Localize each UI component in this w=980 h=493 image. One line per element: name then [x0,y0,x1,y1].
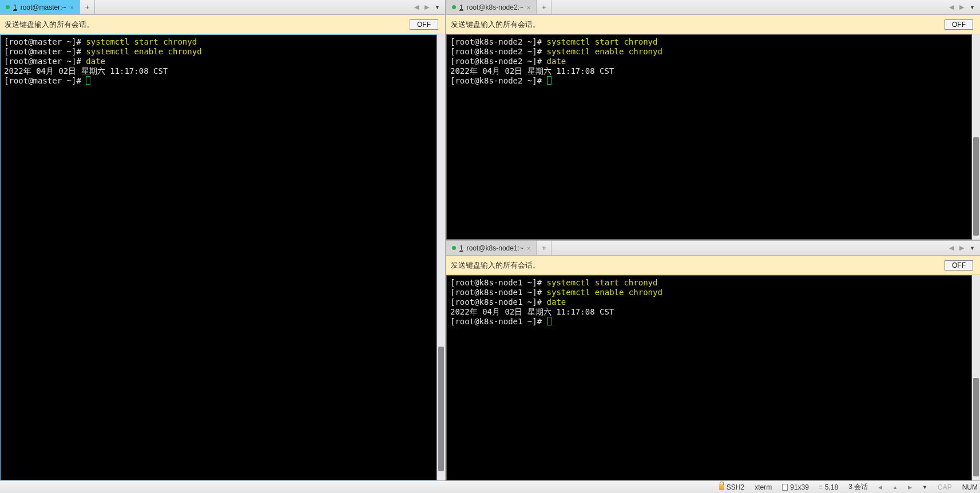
status-size: 91x39 [782,483,809,491]
close-icon[interactable]: × [527,245,530,252]
scrollbar[interactable] [972,275,980,480]
tab-next-icon[interactable]: ▶ [958,3,966,11]
status-num: NUM [962,483,978,491]
status-pos: ≡ 5,18 [819,483,838,491]
tab-bar-br: 1 root@k8s-node1:~ × + ◀ ▶ ▼ [446,241,980,256]
status-proto-label: SSH2 [727,483,744,491]
tab-menu-icon[interactable]: ▼ [968,245,977,251]
close-icon[interactable]: × [70,4,74,11]
tab-next-icon[interactable]: ▶ [958,244,966,252]
scrollbar-thumb[interactable] [438,347,444,471]
page-icon [782,484,788,491]
tab-nav: ◀ ▶ ▼ [944,241,980,255]
tab-bar-tr: 1 root@k8s-node2:~ × + ◀ ▶ ▼ [446,0,980,15]
status-dot-icon [452,5,456,9]
tab-next-icon[interactable]: ▶ [423,3,431,11]
status-proto: SSH2 [719,483,744,491]
tab-prev-icon[interactable]: ◀ [947,244,955,252]
status-bar: SSH2 xterm 91x39 ≡ 5,18 3 会话 ◀ ▲ ▶ ▼ CAP… [0,480,980,493]
status-termtype: xterm [755,483,772,491]
broadcast-off-button[interactable]: OFF [410,19,438,30]
session-up-icon[interactable]: ▲ [892,484,898,490]
broadcast-off-button[interactable]: OFF [945,260,973,271]
tab-prev-icon[interactable]: ◀ [947,3,955,11]
terminal-wrap: [root@master ~]# systemctl start chronyd… [0,34,445,480]
scrollbar-thumb[interactable] [973,137,979,236]
broadcast-banner: 发送键盘输入的所有会话。 OFF [0,15,445,34]
banner-text: 发送键盘输入的所有会话。 [451,260,540,271]
broadcast-off-button[interactable]: OFF [945,19,973,30]
scrollbar-thumb[interactable] [973,378,979,476]
banner-text: 发送键盘输入的所有会话。 [5,19,94,30]
status-pos-label: 5,18 [825,483,838,491]
bottom-right-pane: 1 root@k8s-node1:~ × + ◀ ▶ ▼ 发送键盘输入的所有会话… [446,241,980,480]
add-tab-button[interactable]: + [80,0,95,14]
tab-title: root@k8s-node1:~ [467,244,523,252]
status-sessions-label: 3 会话 [848,482,868,492]
broadcast-banner: 发送键盘输入的所有会话。 OFF [446,256,980,275]
list-icon: ≡ [819,484,823,490]
session-next-icon[interactable]: ▶ [908,484,912,490]
status-size-label: 91x39 [790,483,809,491]
banner-text: 发送键盘输入的所有会话。 [451,19,540,30]
tab-master[interactable]: 1 root@master:~ × [0,0,80,14]
broadcast-banner: 发送键盘输入的所有会话。 OFF [446,15,980,34]
tab-num: 1 [13,3,17,11]
right-pane: 1 root@k8s-node2:~ × + ◀ ▶ ▼ 发送键盘输入的所有会话… [446,0,980,480]
tab-node1[interactable]: 1 root@k8s-node1:~ × [446,241,537,255]
tab-title: root@k8s-node2:~ [467,3,523,11]
tab-title: root@master:~ [21,3,66,11]
tab-nav: ◀ ▶ ▼ [409,0,445,14]
session-prev-icon[interactable]: ◀ [878,484,882,490]
status-dot-icon [452,246,456,250]
main-area: 1 root@master:~ × + ◀ ▶ ▼ 发送键盘输入的所有会话。 O… [0,0,980,480]
top-right-pane: 1 root@k8s-node2:~ × + ◀ ▶ ▼ 发送键盘输入的所有会话… [446,0,980,241]
tab-num: 1 [459,244,463,252]
status-cap: CAP [938,483,952,491]
terminal-master[interactable]: [root@master ~]# systemctl start chronyd… [0,34,437,480]
tab-bar-left: 1 root@master:~ × + ◀ ▶ ▼ [0,0,445,15]
status-sessions: 3 会话 [848,482,868,492]
terminal-wrap: [root@k8s-node1 ~]# systemctl start chro… [446,275,980,480]
left-pane: 1 root@master:~ × + ◀ ▶ ▼ 发送键盘输入的所有会话。 O… [0,0,446,480]
scrollbar[interactable] [972,34,980,240]
tab-prev-icon[interactable]: ◀ [412,3,420,11]
session-down-icon[interactable]: ▼ [922,484,927,490]
tab-menu-icon[interactable]: ▼ [968,5,977,10]
close-icon[interactable]: × [527,4,530,11]
tab-node2[interactable]: 1 root@k8s-node2:~ × [446,0,537,14]
terminal-node1[interactable]: [root@k8s-node1 ~]# systemctl start chro… [446,275,972,480]
terminal-wrap: [root@k8s-node2 ~]# systemctl start chro… [446,34,980,240]
tab-nav: ◀ ▶ ▼ [944,0,980,14]
lock-icon [719,484,724,490]
add-tab-button[interactable]: + [537,241,552,255]
terminal-node2[interactable]: [root@k8s-node2 ~]# systemctl start chro… [446,34,972,240]
tab-num: 1 [459,3,463,11]
tab-menu-icon[interactable]: ▼ [433,5,442,10]
scrollbar[interactable] [437,34,445,480]
add-tab-button[interactable]: + [537,0,552,14]
status-dot-icon [6,5,10,9]
